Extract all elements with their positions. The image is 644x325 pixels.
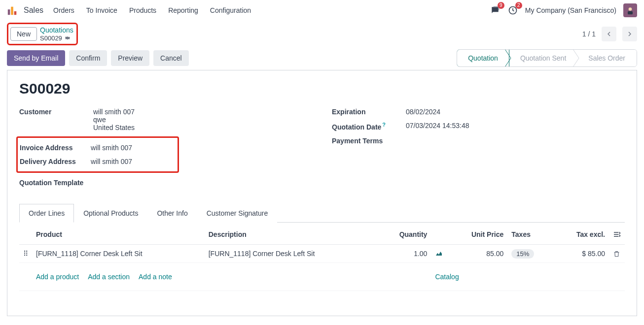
tax-chip: 15%	[511, 249, 534, 259]
order-lines-table: Product Description Quantity Unit Price …	[19, 225, 625, 291]
delete-line-icon[interactable]	[609, 245, 625, 263]
help-icon[interactable]: ?	[382, 122, 386, 128]
invoice-address-field: Invoice Address will smith 007	[20, 141, 176, 155]
th-description[interactable]: Description	[205, 225, 377, 245]
send-by-email-button[interactable]: Send by Email	[7, 50, 65, 66]
invoice-address-value[interactable]: will smith 007	[91, 144, 132, 152]
tab-customer-signature[interactable]: Customer Signature	[197, 204, 278, 223]
svg-rect-1	[11, 7, 13, 15]
right-column: Expiration 08/02/2024 Quotation Date? 07…	[332, 105, 625, 190]
breadcrumb-parent[interactable]: Quotations	[40, 26, 73, 34]
catalog-link[interactable]: Catalog	[435, 273, 459, 281]
status-quotation-label: Quotation	[468, 54, 498, 62]
settings-icon[interactable]	[613, 230, 621, 238]
cell-description[interactable]: [FURN_1118] Corner Desk Left Sit	[205, 245, 377, 263]
expiration-value[interactable]: 08/02/2024	[406, 108, 440, 116]
highlight-breadcrumb: New Quotations S00029	[7, 23, 78, 45]
pager: 1 / 1	[582, 27, 637, 41]
svg-rect-0	[8, 9, 10, 15]
status-quotation-sent-label: Quotation Sent	[520, 54, 566, 62]
nav-products[interactable]: Products	[129, 6, 156, 14]
add-product-link[interactable]: Add a product	[36, 273, 79, 281]
cell-tax-excl: $ 85.00	[554, 245, 609, 263]
customer-country: United States	[93, 124, 135, 131]
th-unit-price[interactable]: Unit Price	[447, 225, 507, 245]
gear-icon[interactable]	[64, 34, 71, 41]
nav-to-invoice[interactable]: To Invoice	[86, 6, 117, 14]
nav-reporting[interactable]: Reporting	[168, 6, 198, 14]
add-note-link[interactable]: Add a note	[139, 273, 172, 281]
pager-text: 1 / 1	[582, 30, 596, 38]
pager-next[interactable]	[622, 27, 637, 41]
messages-badge: 9	[498, 2, 504, 9]
navbar: Sales Orders To Invoice Products Reporti…	[0, 0, 644, 21]
drag-handle-icon[interactable]: ⠿	[19, 245, 32, 263]
svg-rect-2	[14, 11, 17, 15]
tab-order-lines[interactable]: Order Lines	[19, 204, 74, 223]
user-avatar[interactable]	[623, 3, 637, 17]
status-quotation[interactable]: Quotation	[457, 49, 509, 67]
quotation-template-field: Quotation Template	[19, 176, 312, 190]
cell-quantity[interactable]: 1.00	[377, 245, 431, 263]
payment-terms-label: Payment Terms	[332, 137, 406, 145]
app-name[interactable]: Sales	[24, 6, 43, 15]
cell-unit-price[interactable]: 85.00	[447, 245, 507, 263]
customer-value[interactable]: will smith 007 qwe United States	[93, 108, 135, 131]
payment-terms-field: Payment Terms	[332, 134, 625, 148]
tab-other-info[interactable]: Other Info	[147, 204, 197, 223]
forecast-icon[interactable]	[431, 245, 447, 263]
nav-orders[interactable]: Orders	[53, 6, 74, 14]
customer-label: Customer	[19, 108, 93, 116]
app-icon[interactable]	[7, 5, 18, 16]
pager-prev[interactable]	[602, 27, 616, 41]
confirm-button[interactable]: Confirm	[69, 50, 107, 66]
status-sales-order-label: Sales Order	[588, 54, 625, 62]
delivery-address-field: Delivery Address will smith 007	[20, 155, 176, 168]
th-tax-excl[interactable]: Tax excl.	[554, 225, 609, 245]
customer-field: Customer will smith 007 qwe United State…	[19, 105, 312, 134]
status-sales-order[interactable]: Sales Order	[577, 50, 637, 66]
tabs: Order Lines Optional Products Other Info…	[19, 203, 625, 223]
th-taxes[interactable]: Taxes	[507, 225, 554, 245]
th-quantity[interactable]: Quantity	[377, 225, 431, 245]
highlight-addresses: Invoice Address will smith 007 Delivery …	[16, 136, 179, 173]
navbar-right: 9 2 My Company (San Francisco)	[490, 3, 637, 17]
add-section-link[interactable]: Add a section	[88, 273, 130, 281]
tab-optional-products[interactable]: Optional Products	[74, 204, 147, 223]
action-bar: Send by Email Confirm Preview Cancel Quo…	[0, 45, 644, 69]
preview-button[interactable]: Preview	[111, 50, 149, 66]
customer-line2: qwe	[93, 116, 135, 124]
expiration-field: Expiration 08/02/2024	[332, 105, 625, 119]
cancel-button[interactable]: Cancel	[153, 50, 189, 66]
invoice-address-label: Invoice Address	[20, 144, 91, 152]
quotation-date-field: Quotation Date? 07/03/2024 14:53:48	[332, 119, 625, 134]
cell-product[interactable]: [FURN_1118] Corner Desk Left Sit	[32, 245, 205, 263]
breadcrumb-current: S00029	[40, 34, 62, 42]
delivery-address-label: Delivery Address	[20, 158, 91, 165]
quotation-date-label: Quotation Date?	[332, 122, 406, 131]
expiration-label: Expiration	[332, 108, 406, 116]
delivery-address-value[interactable]: will smith 007	[91, 158, 132, 165]
table-row[interactable]: ⠿ [FURN_1118] Corner Desk Left Sit [FURN…	[19, 245, 625, 263]
activities-icon[interactable]: 2	[507, 5, 518, 16]
messages-icon[interactable]: 9	[490, 5, 501, 16]
customer-name: will smith 007	[93, 108, 135, 116]
status-quotation-sent[interactable]: Quotation Sent	[509, 50, 577, 66]
form-grid: Customer will smith 007 qwe United State…	[19, 105, 625, 190]
nav-menu: Orders To Invoice Products Reporting Con…	[53, 6, 251, 14]
svg-rect-6	[628, 11, 633, 15]
quotation-template-label: Quotation Template	[19, 179, 93, 187]
company-switcher[interactable]: My Company (San Francisco)	[525, 6, 616, 14]
quotation-date-label-text: Quotation Date	[332, 123, 381, 131]
th-product[interactable]: Product	[32, 225, 205, 245]
document-title: S00029	[19, 80, 625, 97]
quotation-date-value[interactable]: 07/03/2024 14:53:48	[406, 122, 469, 130]
form-sheet: S00029 Customer will smith 007 qwe Unite…	[7, 70, 637, 316]
left-column: Customer will smith 007 qwe United State…	[19, 105, 312, 190]
activities-badge: 2	[515, 2, 522, 9]
new-button[interactable]: New	[10, 27, 37, 41]
nav-configuration[interactable]: Configuration	[210, 6, 251, 14]
control-row: New Quotations S00029 1 / 1	[0, 21, 644, 45]
cell-taxes[interactable]: 15%	[507, 245, 554, 263]
svg-point-5	[629, 7, 632, 11]
